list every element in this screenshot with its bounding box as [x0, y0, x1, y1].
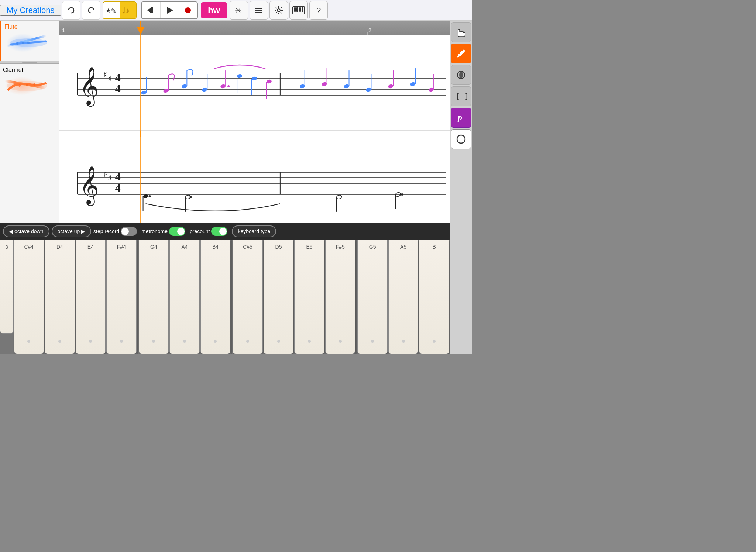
svg-rect-18 — [302, 7, 303, 12]
piano-key-Fs5[interactable]: F#5 — [325, 240, 355, 354]
svg-point-8 — [185, 7, 191, 13]
clarinet-label: Clarinet — [3, 67, 56, 73]
key-label-A4: A4 — [181, 244, 188, 250]
key-label-G4: G4 — [150, 244, 157, 250]
svg-text:♯: ♯ — [108, 74, 112, 83]
playhead[interactable] — [140, 21, 141, 35]
help-button[interactable]: ? — [309, 1, 328, 20]
precount-knob — [219, 228, 227, 235]
clarinet-instrument[interactable]: Clarinet — [0, 64, 59, 104]
flute-score-svg: 𝄞 ♯ ♯ 4 4 — [59, 35, 450, 137]
record-button[interactable] — [179, 2, 197, 18]
piano-key-G4[interactable]: G4 — [139, 240, 169, 354]
ruler: 1 2 — [59, 21, 450, 35]
svg-text:★: ★ — [106, 7, 111, 14]
redo-button[interactable] — [82, 1, 100, 20]
pen-tool-button[interactable] — [451, 44, 471, 63]
svg-point-23 — [22, 42, 24, 44]
svg-point-90 — [149, 195, 151, 197]
undo-button[interactable] — [62, 1, 80, 20]
eraser-tool-button[interactable] — [451, 65, 471, 85]
piano-key-G5[interactable]: G5 — [357, 240, 388, 354]
piano-key-A4[interactable]: A4 — [169, 240, 200, 354]
piano-key-D5[interactable]: D5 — [264, 240, 294, 354]
key-label-E4: E4 — [87, 244, 94, 250]
piano-key-Cs5[interactable]: C#5 — [233, 240, 263, 354]
svg-point-97 — [401, 193, 403, 196]
hand-tool-button[interactable] — [451, 22, 471, 42]
metronome-control: metronome — [141, 227, 185, 236]
keyboard-type-button[interactable]: keyboard type — [232, 225, 276, 237]
piano-key-D4[interactable]: D4 — [45, 240, 75, 354]
bracket-tool-button[interactable]: [ ] — [451, 86, 471, 106]
key-label-Cs5: C#5 — [243, 244, 252, 250]
key-label-G5: G5 — [369, 244, 376, 250]
notation-tool-group: ★ ✎ ♩♪ — [103, 1, 137, 19]
svg-text:[ ]: [ ] — [456, 92, 467, 101]
piano-key-A5[interactable]: A5 — [388, 240, 419, 354]
circle-tool-button[interactable] — [451, 129, 471, 149]
piano-keyboard-area: 3 C#4 D4 E4 F#4 G4 A4 — [0, 240, 450, 354]
play-button[interactable] — [160, 2, 179, 18]
svg-text:♯: ♯ — [103, 70, 107, 79]
toolbar: My Creations ★ ✎ ♩♪ — [0, 0, 472, 21]
precount-toggle[interactable] — [211, 227, 227, 236]
key-label-E5: E5 — [306, 244, 313, 250]
key-label-Cs4: C#4 — [24, 244, 34, 250]
svg-text:?: ? — [316, 6, 321, 15]
svg-point-65 — [343, 84, 349, 89]
key-label-B4: B4 — [212, 244, 219, 250]
flute-instrument[interactable]: Flute — [0, 21, 59, 61]
metronome-toggle[interactable] — [169, 227, 185, 236]
svg-point-26 — [18, 84, 21, 87]
settings-button[interactable] — [269, 1, 288, 20]
asterisk-button[interactable]: ✳ — [230, 1, 248, 20]
svg-point-73 — [428, 87, 434, 92]
dynamics-tool-button[interactable]: p — [451, 108, 471, 128]
partial-key-label: 3 — [6, 245, 8, 250]
svg-rect-11 — [255, 10, 262, 11]
svg-text:𝄞: 𝄞 — [79, 166, 99, 206]
star-pen-button[interactable]: ★ ✎ — [103, 2, 120, 18]
octave-down-button[interactable]: ◀ octave down — [3, 225, 49, 237]
svg-text:✎: ✎ — [111, 7, 116, 15]
partial-white-key[interactable]: 3 — [0, 240, 14, 334]
piano-key-E4[interactable]: E4 — [76, 240, 106, 354]
white-keys-group: C#4 D4 E4 F#4 G4 A4 B4 — [14, 240, 450, 354]
piano-key-E5[interactable]: E5 — [294, 240, 324, 354]
piano-key-B5[interactable]: B — [419, 240, 449, 354]
svg-point-50 — [202, 87, 207, 92]
transport-group — [141, 1, 198, 19]
svg-point-28 — [33, 83, 35, 86]
list-button[interactable] — [250, 1, 268, 20]
svg-point-44 — [141, 90, 147, 95]
svg-rect-15 — [294, 7, 296, 12]
notes-button[interactable]: ♩♪ — [120, 2, 136, 18]
step-record-toggle[interactable] — [121, 227, 137, 236]
ruler-mark-2: 2 — [368, 27, 371, 33]
hw-button[interactable]: hw — [201, 2, 227, 18]
svg-point-71 — [410, 82, 416, 86]
piano-key-Fs4[interactable]: F#4 — [106, 240, 137, 354]
svg-point-27 — [26, 84, 28, 86]
keyboard-button[interactable] — [289, 1, 308, 20]
svg-rect-17 — [299, 7, 301, 12]
svg-point-22 — [16, 42, 18, 45]
svg-point-59 — [266, 79, 272, 84]
piano-key-Cs4[interactable]: C#4 — [14, 240, 44, 354]
svg-point-67 — [365, 87, 371, 92]
key-label-Fs5: F#5 — [336, 244, 345, 250]
bottom-controls: ◀ octave down octave up ▶ step record me… — [0, 223, 450, 240]
key-label-A5: A5 — [400, 244, 406, 250]
resize-handle[interactable] — [0, 61, 59, 64]
svg-point-48 — [181, 84, 187, 89]
partial-left-key: 3 — [0, 240, 14, 354]
rewind-button[interactable] — [142, 2, 160, 18]
octave-up-button[interactable]: octave up ▶ — [52, 225, 92, 237]
key-label-B5: B — [433, 244, 436, 250]
svg-rect-6 — [151, 7, 153, 13]
piano-key-B4[interactable]: B4 — [200, 240, 231, 354]
svg-rect-12 — [255, 12, 262, 13]
my-creations-button[interactable]: My Creations — [0, 5, 61, 16]
instrument-panel: Flute Clarinet — [0, 21, 59, 240]
